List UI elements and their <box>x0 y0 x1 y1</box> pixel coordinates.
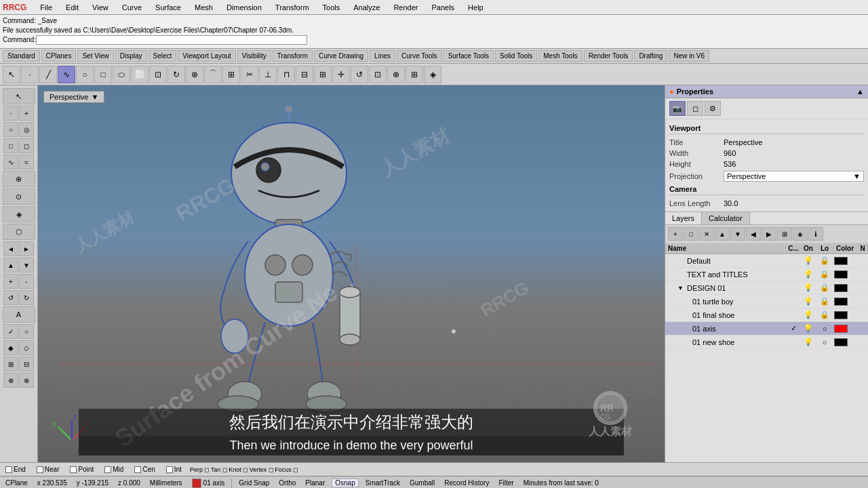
tool-grid[interactable]: ⊞ <box>406 66 423 83</box>
record-history-button[interactable]: Record History <box>441 479 492 487</box>
layer-row-text-titles[interactable]: TEXT and TITLES 💡 🔒 <box>665 268 868 281</box>
snap-mid[interactable]: Mid <box>102 466 126 473</box>
tool-circle2[interactable]: ◎ <box>19 122 34 137</box>
tab-calculator[interactable]: Calculator <box>702 212 750 224</box>
layer-lock-shoe[interactable]: 🔒 <box>816 309 833 321</box>
layer-tool-right[interactable]: ▶ <box>762 227 776 241</box>
ortho-button[interactable]: Ortho <box>276 479 298 487</box>
tab-mesh-tools[interactable]: Mesh Tools <box>538 50 582 62</box>
viewport-label[interactable]: Perspective ▼ <box>43 91 104 103</box>
tab-curve-drawing[interactable]: Curve Drawing <box>314 50 368 62</box>
planar-button[interactable]: Planar <box>302 479 328 487</box>
layer-on-shoe[interactable]: 💡 <box>800 309 816 321</box>
tool-extrude[interactable]: ⊡ <box>149 66 167 83</box>
viewport[interactable]: Perspective ▼ <box>38 85 665 462</box>
menu-view[interactable]: View <box>90 3 111 12</box>
layer-row-final-shoe[interactable]: 01 final shoe 💡 🔒 <box>665 308 868 322</box>
tool-layer-a[interactable]: ◆ <box>3 340 18 355</box>
prop-icon-settings[interactable]: ⚙ <box>705 101 721 116</box>
snap-point[interactable]: Point <box>67 466 96 473</box>
tool-rect2[interactable]: ◻ <box>19 138 34 153</box>
menu-tools[interactable]: Tools <box>320 3 343 12</box>
tool-split[interactable]: ⊥ <box>259 66 277 83</box>
tab-select[interactable]: Select <box>149 50 177 62</box>
tool-rotate-l[interactable]: ↺ <box>3 290 18 305</box>
layer-lock-text[interactable]: 🔒 <box>816 268 833 280</box>
tab-visibility[interactable]: Visibility <box>237 50 271 62</box>
tool-circle[interactable]: ○ <box>3 122 18 137</box>
tab-layers[interactable]: Layers <box>665 212 702 224</box>
tool-select[interactable]: ↖ <box>3 66 20 83</box>
prop-select-projection[interactable]: Perspective ▼ <box>724 171 864 182</box>
tool-join[interactable]: ⊓ <box>277 66 295 83</box>
tool-layer-b[interactable]: ◇ <box>19 340 34 355</box>
tool-grid-b[interactable]: ⊟ <box>19 357 34 371</box>
tool-sphere[interactable]: ○ <box>76 66 94 83</box>
tool-curve[interactable]: ∿ <box>58 66 75 83</box>
tab-solid-tools[interactable]: Solid Tools <box>495 50 537 62</box>
menu-edit[interactable]: Edit <box>63 3 81 12</box>
layer-on-turtle[interactable]: 💡 <box>800 296 816 307</box>
menu-help[interactable]: Help <box>465 3 486 12</box>
tool-boolean[interactable]: ⊕ <box>186 66 203 83</box>
layer-lock-newshoe[interactable]: ○ <box>816 337 833 348</box>
tab-lines[interactable]: Lines <box>370 50 395 62</box>
prop-icon-camera[interactable]: 📷 <box>669 101 686 116</box>
tool-rotate-r[interactable]: ↻ <box>19 290 34 305</box>
layer-tool-new2[interactable]: □ <box>684 227 698 241</box>
tool-magnet[interactable]: ⊙ <box>3 188 35 205</box>
snap-near-checkbox[interactable] <box>37 466 43 473</box>
tool-rotate[interactable]: ↺ <box>351 66 368 83</box>
tab-set-view[interactable]: Set View <box>77 50 113 62</box>
tool-curve-l[interactable]: ∿ <box>3 155 18 169</box>
tool-revolve[interactable]: ↻ <box>167 66 185 83</box>
snap-int-checkbox[interactable] <box>166 466 173 473</box>
layer-tool-new[interactable]: + <box>668 227 683 241</box>
properties-expand-icon[interactable]: ▲ <box>856 87 864 96</box>
tool-cross[interactable]: + <box>19 106 34 121</box>
tool-up[interactable]: ▲ <box>3 258 18 272</box>
tool-trim[interactable]: ✂ <box>241 66 258 83</box>
layer-lock-design[interactable]: 🔒 <box>816 282 833 293</box>
layer-color-turtle[interactable] <box>833 296 857 307</box>
snap-cen[interactable]: Cen <box>132 466 157 473</box>
layer-tool-filter[interactable]: ⊞ <box>777 227 792 241</box>
tool-box[interactable]: □ <box>94 66 112 83</box>
tool-rect[interactable]: □ <box>3 138 18 153</box>
snap-int[interactable]: Int <box>163 466 184 473</box>
layer-lock-turtle[interactable]: 🔒 <box>816 296 833 307</box>
tab-display[interactable]: Display <box>115 50 147 62</box>
tool-zoom-p[interactable]: + <box>3 274 18 289</box>
menu-file[interactable]: File <box>37 3 55 12</box>
tab-surface-tools[interactable]: Surface Tools <box>443 50 494 62</box>
grid-snap-button[interactable]: Grid Snap <box>236 479 272 487</box>
snap-end[interactable]: End <box>3 466 28 473</box>
tab-drafting[interactable]: Drafting <box>634 50 667 62</box>
snap-cen-checkbox[interactable] <box>134 466 141 473</box>
tool-grid-a[interactable]: ⊞ <box>3 357 18 371</box>
tool-text[interactable]: A <box>3 306 35 323</box>
tool-zoom-m[interactable]: - <box>19 274 34 289</box>
layer-on-axis[interactable]: 💡 <box>800 323 816 334</box>
gumball-button[interactable]: Gumball <box>407 479 437 487</box>
osnap-button[interactable]: Osnap <box>332 479 358 487</box>
layer-lock-default[interactable]: 🔒 <box>816 255 833 266</box>
tool-render-mesh[interactable]: ◈ <box>424 66 441 83</box>
layer-color-newshoe[interactable] <box>833 337 857 348</box>
tool-move-l[interactable]: ◄ <box>3 241 18 256</box>
tool-dot[interactable]: · <box>3 106 18 121</box>
tool-globe[interactable]: ⊕ <box>3 171 35 187</box>
layer-color-default[interactable] <box>833 256 857 266</box>
tab-viewport-layout[interactable]: Viewport Layout <box>178 50 236 62</box>
layer-on-default[interactable]: 💡 <box>800 255 816 266</box>
layer-on-text[interactable]: 💡 <box>800 268 816 280</box>
tab-curve-tools[interactable]: Curve Tools <box>397 50 442 62</box>
layer-expand-design[interactable]: ▼ <box>677 285 686 291</box>
snap-end-checkbox[interactable] <box>5 466 12 473</box>
tool-fillet[interactable]: ⌒ <box>204 66 222 83</box>
prop-icon-object[interactable]: ◻ <box>687 101 703 116</box>
tool-subd[interactable]: ◈ <box>3 206 35 222</box>
tab-render-tools[interactable]: Render Tools <box>584 50 633 62</box>
tool-misc-a[interactable]: ⊕ <box>3 373 18 388</box>
tool-down[interactable]: ▼ <box>19 258 34 272</box>
